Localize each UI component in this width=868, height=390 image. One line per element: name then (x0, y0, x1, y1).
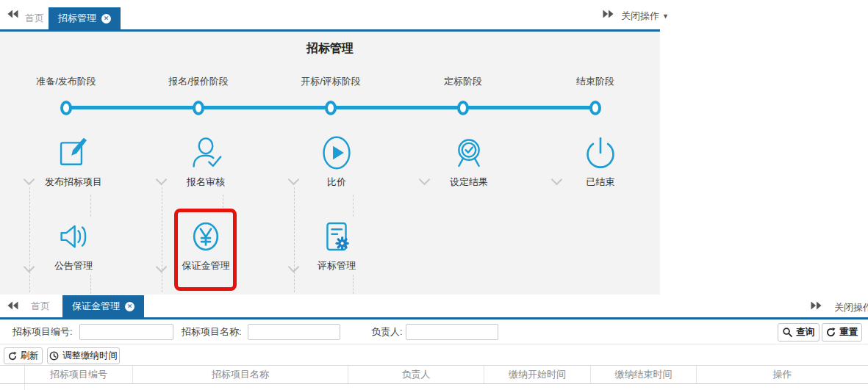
col-project-no: 招标项目编号 (24, 366, 132, 383)
scroll-tabs-right-icon[interactable] (811, 301, 822, 309)
reset-button[interactable]: 重置 (822, 323, 862, 342)
flow-item-label: 已结束 (560, 176, 641, 189)
flow-item-evaluation-mgmt[interactable]: 评标管理 (296, 219, 377, 272)
bidding-flow-panel: 招标管理 准备/发布阶段 报名/报价阶段 开标/评标阶段 定标阶段 结束阶段 发… (0, 32, 660, 295)
refresh-button[interactable]: 刷新 (4, 347, 43, 364)
edit-icon (56, 135, 91, 170)
flow-item-label: 公告管理 (33, 259, 114, 272)
person-label: 负责人: (371, 319, 403, 344)
top-tab-bar: 首页 招标管理 ✕ 关闭操作 ▼ (0, 0, 660, 32)
speaker-icon (56, 219, 91, 254)
close-operations-label: 关闭操作 (834, 301, 868, 314)
flow-item-deposit-mgmt[interactable]: 保证金管理 (165, 219, 246, 272)
flow-item-label: 报名审核 (165, 176, 246, 189)
stage-label-register: 报名/报价阶段 (168, 75, 229, 88)
flow-connector (162, 187, 162, 292)
flow-item-label: 保证金管理 (165, 259, 246, 272)
flow-item-label: 设定结果 (428, 176, 509, 189)
deposit-table-header: 招标项目编号 招标项目名称 负责人 缴纳开始时间 缴纳结束时间 操作 (0, 365, 868, 384)
tab-home[interactable]: 首页 (22, 7, 47, 29)
table-toolbar: 刷新 调整缴纳时间 (0, 344, 868, 365)
project-name-input[interactable] (248, 324, 340, 340)
close-tab-icon[interactable]: ✕ (125, 302, 134, 311)
stage-label-prepare: 准备/发布阶段 (36, 75, 96, 88)
doc-gear-icon (319, 219, 354, 254)
col-pay-end: 缴纳结束时间 (590, 366, 696, 383)
stage-label-award: 定标阶段 (444, 75, 482, 88)
flow-item-announcement-mgmt[interactable]: 公告管理 (33, 219, 114, 272)
adjust-payment-time-button[interactable]: 调整缴纳时间 (47, 347, 120, 364)
screen: 首页 招标管理 ✕ 关闭操作 ▼ 招标管理 准备/发布阶段 报名/报价阶段 开标… (0, 0, 868, 390)
tab-home[interactable]: 首页 (28, 295, 53, 317)
timeline-node (457, 101, 469, 115)
scroll-tabs-right-icon[interactable] (603, 10, 614, 18)
tab-home-label: 首页 (31, 300, 50, 313)
timeline-node (589, 101, 601, 115)
stage-label-open: 开标/评标阶段 (301, 75, 361, 88)
flow-connector (294, 187, 295, 292)
stage-label-end: 结束阶段 (576, 75, 614, 88)
query-button-label: 查询 (796, 326, 814, 339)
flow-item-registration-review[interactable]: 报名审核 (165, 135, 246, 189)
flow-item-ended[interactable]: 已结束 (560, 135, 641, 189)
reset-button-label: 重置 (839, 326, 858, 339)
refresh-button-label: 刷新 (21, 350, 39, 362)
flow-item-label: 比价 (296, 176, 377, 189)
flow-connector (29, 187, 30, 292)
close-tab-icon[interactable]: ✕ (101, 14, 111, 24)
target-check-icon (451, 135, 487, 170)
column-divider (24, 384, 25, 390)
tab-deposit-management-label: 保证金管理 (72, 300, 120, 313)
col-person: 负责人 (348, 366, 484, 383)
search-icon (783, 328, 792, 337)
timeline-node (60, 101, 72, 115)
project-name-label: 招标项目名称: (182, 319, 242, 344)
flow-item-price-compare[interactable]: 比价 (296, 135, 377, 189)
scroll-tabs-left-icon[interactable] (7, 301, 18, 309)
close-operations-label: 关闭操作 (621, 10, 659, 23)
tab-bidding-management[interactable]: 招标管理 ✕ (49, 7, 121, 29)
refresh-icon (826, 328, 836, 337)
clock-icon (49, 351, 59, 361)
refresh-icon (8, 352, 17, 361)
flow-connector (353, 195, 354, 217)
tab-bidding-management-label: 招标管理 (58, 12, 96, 25)
project-no-input[interactable] (79, 324, 173, 340)
timeline-node (325, 101, 337, 115)
flow-item-label: 评标管理 (296, 259, 377, 272)
person-input[interactable] (406, 324, 498, 340)
col-select (0, 366, 24, 383)
page-title: 招标管理 (0, 41, 660, 57)
flow-connector (90, 275, 91, 294)
yen-icon (188, 219, 223, 254)
flow-item-label: 发布招标项目 (33, 176, 114, 189)
close-operations-menu[interactable]: 关闭操作 ▼ (621, 10, 669, 23)
play-icon (319, 135, 354, 170)
flow-item-publish-project[interactable]: 发布招标项目 (33, 135, 114, 189)
power-icon (583, 135, 618, 170)
flow-connector (90, 195, 91, 217)
timeline-node (193, 101, 204, 115)
tab-home-label: 首页 (25, 12, 44, 25)
tab-deposit-management[interactable]: 保证金管理 ✕ (62, 295, 144, 317)
flow-connector (353, 275, 354, 294)
deposit-table-body (0, 384, 868, 390)
flow-connector (223, 195, 223, 208)
user-check-icon (188, 135, 223, 170)
adjust-payment-time-label: 调整缴纳时间 (62, 350, 118, 362)
query-button[interactable]: 查询 (778, 323, 819, 342)
col-project-name: 招标项目名称 (132, 366, 348, 383)
col-pay-start: 缴纳开始时间 (484, 366, 590, 383)
close-operations-menu[interactable]: 关闭操作 (834, 301, 868, 314)
flow-item-set-result[interactable]: 设定结果 (428, 135, 509, 189)
project-no-label: 招标项目编号: (12, 319, 73, 344)
col-actions: 操作 (696, 366, 868, 383)
caret-down-icon: ▼ (662, 12, 669, 20)
bottom-tab-bar: 首页 保证金管理 ✕ 关闭操作 (0, 295, 868, 319)
search-form: 招标项目编号: 招标项目名称: 负责人: 查询 重置 (0, 319, 868, 344)
scroll-tabs-left-icon[interactable] (7, 10, 18, 18)
